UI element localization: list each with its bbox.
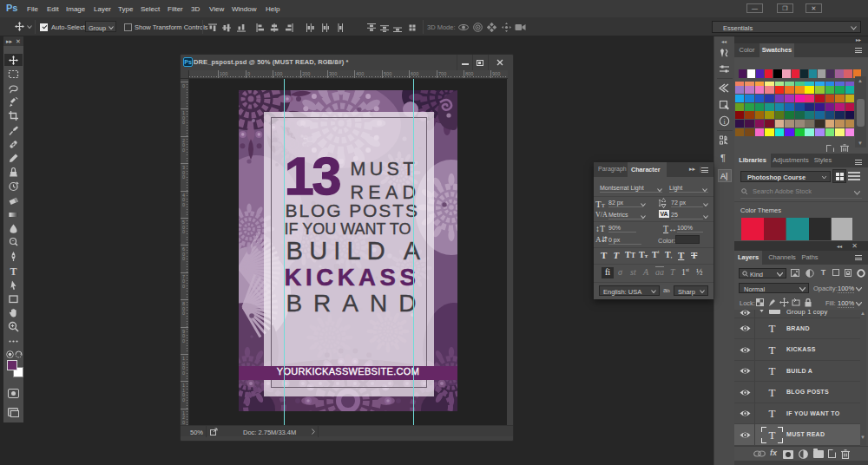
svg-text:i: i [723,118,726,126]
svg-text:T: T [10,265,16,277]
